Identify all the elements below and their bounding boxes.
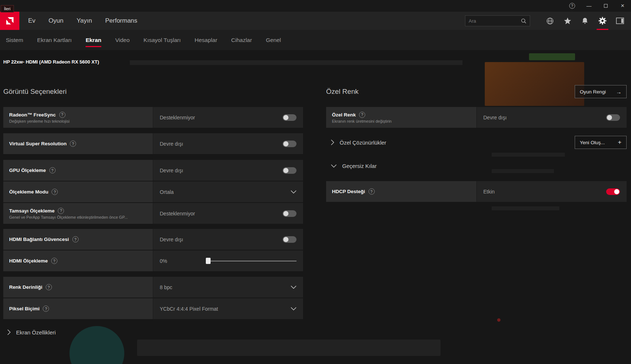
expander-overrides[interactable]: Geçersiz Kılar [331,158,477,173]
hdmi-link-toggle[interactable] [283,236,296,243]
help-icon[interactable] [51,258,57,264]
gear-icon[interactable] [594,12,611,30]
expander-custom-resolutions[interactable]: Özel Çözünürlükler [331,135,477,150]
setting-sublabel: Değişken yenileme hızı teknolojisi [9,119,69,123]
search-box[interactable] [465,15,530,26]
help-icon[interactable] [43,306,49,312]
arrow-right-icon [616,89,621,95]
chevron-down-icon[interactable] [291,190,296,194]
overlay-icon[interactable] [611,12,629,30]
search-input[interactable] [469,18,521,24]
new-resolution-button-label: Yeni Oluş... [580,140,605,145]
setting-row-hdmi-link: HDMI Bağlantı Güvencesi Devre dışı [3,229,303,250]
right-section-title: Özel Renk [326,88,359,96]
help-icon[interactable] [52,189,58,195]
help-icon[interactable] [359,112,365,118]
radeon-settings-window: ? — × İleri Ev Oyun Yayın Performans [0,0,631,364]
bell-icon[interactable] [576,12,594,30]
help-icon: ? [569,3,575,9]
setting-value: Etkin [483,189,495,195]
setting-label: Tamsayı Ölçekleme [9,208,54,214]
minimize-icon: — [586,3,592,9]
display-name: HP 22xw- HDMI (AMD Radeon RX 5600 XT) [3,59,99,65]
gpu-scaling-toggle[interactable] [283,167,296,174]
titlebar: ? — × [0,0,631,12]
setting-value: Devre dışı [160,141,183,147]
setting-value: Ortala [160,189,174,195]
tab-kisayol-tuslari[interactable]: Kısayol Tuşları [144,30,181,50]
setting-value: YCbCr 4:4:4 Pixel Format [160,306,218,312]
globe-icon[interactable] [541,12,559,30]
tab-ekran[interactable]: Ekran [86,30,101,50]
setting-label: Ölçekleme Modu [9,189,48,195]
tab-video[interactable]: Video [115,30,129,50]
nav-item-gaming[interactable]: Oyun [49,17,64,24]
close-button[interactable]: × [614,0,631,12]
game-color-button[interactable]: Oyun Rengi [575,85,627,98]
chevron-down-icon[interactable] [291,286,296,289]
star-icon[interactable] [559,12,576,30]
freesync-toggle[interactable] [283,114,296,121]
nav-icons [541,12,629,30]
tab-ekran-kartlari[interactable]: Ekran Kartları [37,30,72,50]
help-button[interactable]: ? [564,0,581,12]
help-icon[interactable] [70,141,76,147]
setting-row-color-depth: Renk Derinliği 8 bpc [3,277,303,298]
expander-label: Geçersiz Kılar [342,163,377,169]
setting-row-hdcp: HDCP Desteği Etkin [326,181,627,202]
help-icon[interactable] [49,167,56,173]
backdrop-text-block [492,169,554,173]
setting-label: HDMI Ölçekleme [9,258,48,264]
setting-row-gpu-scaling: GPU Ölçekleme Devre dışı [3,160,303,181]
help-icon[interactable] [59,112,65,118]
setting-row-integer-scaling: Tamsayı Ölçekleme Genel ve PerApp Tamsay… [3,203,303,224]
settings-tabbar: Sistem Ekran Kartları Ekran Video Kısayo… [0,30,631,50]
plus-icon [618,139,621,146]
left-section-title: Görüntü Seçenekleri [3,88,67,96]
tab-genel[interactable]: Genel [266,30,281,50]
setting-value: Devre dışı [160,237,183,242]
chevron-down-icon [331,164,337,168]
taskbar-tooltip: İleri [1,5,14,12]
nav-item-streaming[interactable]: Yayın [76,17,92,24]
chevron-right-icon [331,139,334,145]
main-navbar: Ev Oyun Yayın Performans [0,12,631,30]
maximize-button[interactable] [597,0,614,12]
new-resolution-button[interactable]: Yeni Oluş... [575,136,627,149]
setting-row-hdmi-scaling: HDMI Ölçekleme 0% [3,250,303,271]
tab-hesaplar[interactable]: Hesaplar [194,30,217,50]
help-icon[interactable] [369,188,375,195]
setting-label: Renk Derinliği [9,284,42,290]
help-icon[interactable] [46,284,52,290]
hdcp-toggle[interactable] [606,188,620,195]
minimize-button[interactable]: — [581,0,597,12]
help-icon[interactable] [58,208,64,214]
backdrop-headline-text [130,60,462,65]
hdmi-scaling-slider[interactable] [206,258,296,264]
vsr-toggle[interactable] [283,141,296,147]
setting-row-vsr: Virtual Super Resolution Devre dışı [3,133,303,154]
setting-value: Devre dışı [483,115,507,120]
backdrop-promo-image [485,62,584,106]
expander-label: Özel Çözünürlükler [340,139,386,146]
setting-value: Desteklenmiyor [160,115,195,120]
setting-label: Radeon™ FreeSync [9,112,56,118]
chevron-right-icon [7,329,11,335]
chevron-down-icon[interactable] [291,307,296,310]
maximize-icon [604,4,608,8]
amd-arrow-icon [4,15,15,26]
tab-cihazlar[interactable]: Cihazlar [231,30,252,50]
nav-item-performance[interactable]: Performans [105,17,137,24]
setting-value: 8 bpc [160,284,172,290]
setting-value: Devre dışı [160,168,183,173]
slider-handle[interactable] [206,258,211,264]
expander-display-properties[interactable]: Ekran Özellikleri [7,325,117,340]
help-icon[interactable] [72,236,79,242]
backdrop-red-dot [497,318,500,322]
tab-sistem[interactable]: Sistem [6,30,23,50]
amd-logo[interactable] [0,12,19,30]
integer-scaling-toggle[interactable] [283,210,296,217]
nav-item-home[interactable]: Ev [28,17,35,24]
custom-color-toggle[interactable] [606,114,620,121]
close-icon: × [621,2,624,9]
